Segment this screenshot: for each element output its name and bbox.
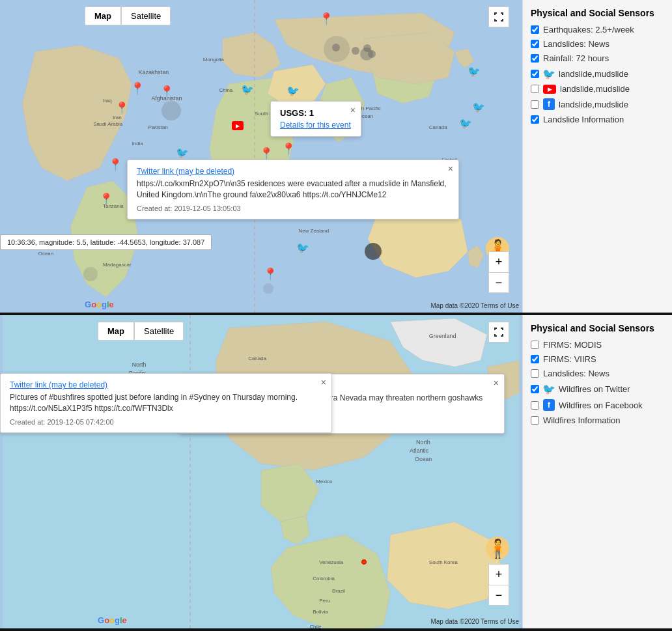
marker-twitter-3: 🐦	[176, 147, 189, 159]
bottom-map-bg: United States Mexico Venezuela Colombia …	[0, 315, 522, 628]
svg-text:Colombia: Colombia	[313, 576, 335, 582]
sensor-twitter-mudslide: 🐦 landslide,mudslide	[531, 68, 664, 79]
twitter-popup-top-close[interactable]: ×	[448, 163, 453, 174]
marker-pin-9[interactable]: 📍	[259, 147, 273, 161]
facebook-icon-1: f	[543, 98, 555, 110]
twitter-popup-top-time: Created at: 2019-12-05 13:05:03	[137, 204, 449, 212]
marker-pin-3[interactable]: 📍	[115, 101, 129, 115]
sensor-wildfires-facebook-label: Wildfires on Facebook	[559, 400, 643, 410]
marker-pin-4[interactable]: 📍	[160, 85, 174, 99]
svg-text:Iran: Iran	[113, 115, 122, 120]
svg-text:North: North	[132, 361, 147, 368]
bottom-sidebar: Physical and Social Sensors FIRMS: MODIS…	[522, 315, 672, 628]
top-map-section: Kazakhstan Afghanistan Iran Pakistan Ind…	[0, 0, 522, 313]
marker-gray-7[interactable]	[363, 43, 371, 55]
fullscreen-icon-top	[494, 12, 504, 22]
sensor-facebook-mudslide-label: landslide,mudslide	[559, 100, 628, 109]
twitter-popup-top-link[interactable]: Twitter link (may be deleted)	[137, 167, 449, 176]
twitter-popup-bottom-1-close[interactable]: ×	[494, 378, 499, 388]
sensor-firms-viirs: FIRMS: VIIRS	[531, 354, 664, 364]
google-logo-top: Google	[85, 300, 114, 309]
sensor-firms-viirs-checkbox[interactable]	[531, 355, 539, 363]
top-sidebar: Physical and Social Sensors Earthquakes:…	[522, 0, 672, 313]
twitter-popup-bottom-2-text: Pictures of #bushfires spotted just befo…	[10, 392, 322, 414]
sensor-wildfires-facebook-checkbox[interactable]	[531, 401, 539, 410]
marker-twitter-2: 🐦	[241, 83, 254, 96]
bottom-panel: United States Mexico Venezuela Colombia …	[0, 315, 672, 631]
map-button-top[interactable]: Map	[85, 7, 121, 25]
zoom-in-top[interactable]: +	[488, 251, 509, 272]
bottom-map-section: United States Mexico Venezuela Colombia …	[0, 315, 522, 628]
sensor-youtube-mudslide-checkbox[interactable]	[531, 85, 539, 93]
sensor-twitter-mudslide-checkbox[interactable]	[531, 70, 539, 78]
sensor-firms-viirs-label: FIRMS: VIIRS	[543, 354, 596, 364]
svg-text:Pakistan: Pakistan	[148, 124, 167, 130]
sensor-firms-modis-checkbox[interactable]	[531, 341, 539, 349]
svg-text:Canada: Canada	[429, 124, 447, 130]
fullscreen-btn-top[interactable]	[488, 7, 509, 27]
usgs-popup: × USGS: 1 Details for this event	[270, 101, 361, 137]
marker-gray-4[interactable]	[352, 46, 359, 57]
marker-gray-8[interactable]	[83, 267, 98, 284]
svg-text:China: China	[219, 87, 233, 93]
sensor-landslide-info-checkbox[interactable]	[531, 115, 539, 124]
svg-text:Venezuela: Venezuela	[319, 559, 344, 565]
marker-gray-3[interactable]	[332, 42, 340, 54]
sensor-facebook-mudslide-checkbox[interactable]	[531, 100, 539, 109]
marker-twitter-1: 🐦	[287, 85, 300, 97]
pegman-bottom[interactable]: 🧍	[486, 537, 509, 560]
marker-pin-7[interactable]: 📍	[108, 158, 122, 172]
sensor-wildfires-info-checkbox[interactable]	[531, 416, 539, 425]
sensor-earthquakes-checkbox[interactable]	[531, 25, 539, 34]
marker-twitter-8: 🐦	[296, 242, 309, 254]
twitter-icon-2: 🐦	[543, 383, 555, 395]
marker-gray-9[interactable]	[263, 283, 273, 296]
svg-text:Greenland: Greenland	[429, 333, 456, 339]
marker-gray-1[interactable]	[161, 101, 181, 123]
sensor-landslides-news-bottom-label: Landslides: News	[543, 369, 609, 378]
sensor-landslides-news-checkbox[interactable]	[531, 40, 539, 48]
sensor-landslides-news-label: Landslides: News	[543, 39, 609, 49]
svg-text:Mexico: Mexico	[316, 479, 333, 484]
sensor-wildfires-info: Wildfires Information	[531, 415, 664, 425]
sensor-wildfires-twitter-checkbox[interactable]	[531, 385, 539, 393]
sensor-landslides-news-bottom-checkbox[interactable]	[531, 369, 539, 378]
marker-gray-10[interactable]	[365, 243, 382, 262]
marker-pin-10[interactable]: 📍	[281, 142, 296, 156]
sensor-firms-modis-label: FIRMS: MODIS	[543, 340, 602, 350]
satellite-button-top[interactable]: Satellite	[121, 7, 171, 25]
bottom-map-svg: United States Mexico Venezuela Colombia …	[0, 315, 522, 628]
twitter-popup-bottom-2-link[interactable]: Twitter link (may be deleted)	[10, 380, 322, 389]
sensor-earthquakes: Earthquakes: 2.5+/week	[531, 25, 664, 35]
usgs-popup-close[interactable]: ×	[350, 105, 356, 115]
sensor-landslides-news-bottom: Landslides: News	[531, 369, 664, 378]
sensor-earthquakes-label: Earthquakes: 2.5+/week	[543, 25, 634, 35]
twitter-popup-bottom-2: × Twitter link (may be deleted) Pictures…	[0, 373, 332, 433]
facebook-icon-2: f	[543, 399, 555, 411]
svg-text:Iraq: Iraq	[103, 98, 112, 104]
sensor-landslide-info-label: Landslide Information	[543, 115, 624, 124]
marker-pin-8[interactable]: 📍	[99, 192, 113, 206]
top-map-controls: Map Satellite	[85, 7, 171, 25]
sensor-rainfall-label: Rainfall: 72 hours	[543, 53, 609, 63]
satellite-button-bottom[interactable]: Satellite	[134, 322, 184, 341]
svg-text:Saudi Arabia: Saudi Arabia	[93, 121, 123, 127]
svg-text:Madagascar: Madagascar	[103, 262, 132, 268]
marker-pin-6[interactable]: 📍	[263, 267, 277, 281]
fullscreen-btn-bottom[interactable]	[488, 322, 509, 343]
zoom-in-bottom[interactable]: +	[488, 564, 509, 585]
sensor-landslide-info: Landslide Information	[531, 115, 664, 124]
marker-twitter-5: 🐦	[468, 65, 481, 77]
marker-pin-1[interactable]: 📍	[319, 12, 333, 26]
zoom-out-bottom[interactable]: −	[488, 585, 509, 606]
usgs-popup-link[interactable]: Details for this event	[280, 120, 352, 130]
twitter-popup-bottom-2-close[interactable]: ×	[321, 377, 326, 387]
marker-pin-2[interactable]: 📍	[130, 81, 145, 96]
sensor-rainfall-checkbox[interactable]	[531, 54, 539, 63]
svg-text:India: India	[132, 141, 144, 147]
sensor-facebook-mudslide: f landslide,mudslide	[531, 98, 664, 110]
zoom-out-top[interactable]: −	[488, 272, 509, 293]
marker-youtube-1: ▶	[232, 121, 244, 130]
map-button-bottom[interactable]: Map	[98, 322, 134, 341]
bottom-map-controls: Map Satellite	[98, 322, 184, 341]
